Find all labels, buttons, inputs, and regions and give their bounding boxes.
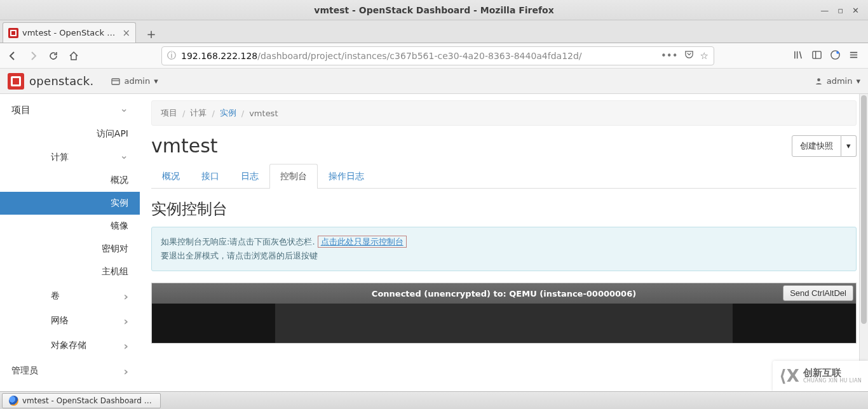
sidebar-item-hostgroups[interactable]: 主机组: [0, 260, 140, 283]
chevron-right-icon: [124, 314, 128, 327]
project-switcher[interactable]: admin ▾: [106, 74, 163, 88]
library-icon[interactable]: [793, 50, 804, 62]
openstack-topbar: openstack. admin ▾ admin ▾: [0, 69, 868, 94]
openstack-favicon-icon: [8, 28, 18, 38]
pocket-icon[interactable]: [684, 50, 694, 62]
chevron-right-icon: [124, 289, 128, 302]
browser-tab-label: vmtest - OpenStack Dash: [22, 28, 118, 37]
sidebar-toggle-icon[interactable]: [811, 50, 822, 62]
sidebar-group-compute[interactable]: 计算: [0, 145, 140, 169]
window-maximize-icon[interactable]: ▫: [837, 6, 843, 15]
sidebar-item-api[interactable]: 访问API: [0, 123, 140, 145]
caret-down-icon: ▾: [154, 76, 158, 86]
openstack-mark-icon: [8, 73, 24, 90]
openstack-logo[interactable]: openstack.: [8, 73, 93, 90]
tab-overview[interactable]: 概况: [151, 164, 191, 189]
chevron-right-icon: [124, 339, 128, 352]
tab-log[interactable]: 日志: [230, 164, 269, 189]
chevron-right-icon: [124, 364, 128, 377]
browser-navbar: ⓘ 192.168.222.128/dashboard/project/inst…: [0, 43, 868, 69]
tab-close-icon[interactable]: ×: [122, 27, 130, 39]
page-title: vmtest: [151, 135, 792, 157]
new-tab-button[interactable]: +: [142, 25, 160, 43]
sidebar-group-network[interactable]: 网络: [0, 308, 140, 333]
note-line2-text: 要退出全屏模式，请点击浏览器的后退按键: [161, 249, 847, 263]
watermark-brand-zh: 创新互联: [803, 368, 862, 379]
sidebar-group-admin[interactable]: 管理员: [0, 358, 140, 384]
bookmark-star-icon[interactable]: ☆: [700, 50, 709, 62]
project-icon: [111, 77, 120, 86]
taskbar-item-firefox[interactable]: vmtest - OpenStack Dashboard - M...: [2, 393, 161, 408]
user-icon: [815, 77, 823, 85]
breadcrumb: 项目 / 计算 / 实例 / vmtest: [151, 100, 857, 126]
watermark-brand-en: CHUANG XIN HU LIAN: [803, 379, 862, 384]
window-title: vmtest - OpenStack Dashboard - Mozilla F…: [0, 5, 868, 15]
chevron-down-icon: [120, 151, 128, 163]
action-dropdown-caret[interactable]: ▾: [841, 135, 857, 157]
url-bar[interactable]: ⓘ 192.168.222.128/dashboard/project/inst…: [161, 46, 714, 65]
watermark-badge: ⟨X 创新互联 CHUANG XIN HU LIAN: [773, 361, 868, 391]
browser-tab-active[interactable]: vmtest - OpenStack Dash ×: [3, 22, 136, 43]
vnc-frame: Connected (unencrypted) to: QEMU (instan…: [151, 283, 857, 344]
show-only-console-link[interactable]: 点击此处只显示控制台: [318, 236, 407, 248]
detail-tabs: 概况 接口 日志 控制台 操作日志: [151, 163, 857, 189]
tab-interfaces[interactable]: 接口: [191, 164, 230, 189]
tab-actionlog[interactable]: 操作日志: [318, 164, 375, 189]
window-close-icon[interactable]: ✕: [852, 6, 859, 15]
tab-console[interactable]: 控制台: [269, 164, 318, 189]
os-taskbar: vmtest - OpenStack Dashboard - M...: [0, 391, 868, 409]
caret-down-icon: ▾: [856, 76, 860, 86]
sidebar-group-objectstore[interactable]: 对象存储: [0, 333, 140, 358]
hamburger-menu-icon[interactable]: [848, 50, 859, 62]
svg-rect-0: [813, 51, 821, 58]
breadcrumb-compute[interactable]: 计算: [190, 107, 207, 119]
breadcrumb-project[interactable]: 项目: [161, 107, 177, 119]
sidebar-item-overview[interactable]: 概况: [0, 169, 140, 192]
taskbar-item-label: vmtest - OpenStack Dashboard - M...: [22, 396, 154, 405]
note-line1-text: 如果控制台无响应:请点击下面灰色状态栏.: [161, 237, 315, 246]
sidebar: 项目 访问API 计算 概况 实例 镜像 密钥对 主机组 卷 网络 对象存储 管…: [0, 94, 140, 391]
openstack-wordmark: openstack.: [29, 74, 93, 88]
send-ctrlaltdel-button[interactable]: Send CtrlAltDel: [783, 285, 853, 301]
user-menu[interactable]: admin ▾: [815, 76, 860, 86]
nav-home-button[interactable]: [65, 47, 83, 65]
watermark-glyph-icon: ⟨X: [779, 366, 799, 386]
svg-point-3: [836, 51, 839, 53]
sidebar-group-project[interactable]: 项目: [0, 98, 140, 123]
svg-point-6: [817, 78, 820, 81]
page-actions-icon[interactable]: •••: [661, 50, 678, 62]
vnc-status-bar[interactable]: Connected (unencrypted) to: QEMU (instan…: [152, 283, 856, 304]
user-label: admin: [827, 76, 853, 86]
os-titlebar: vmtest - OpenStack Dashboard - Mozilla F…: [0, 0, 868, 20]
nav-reload-button[interactable]: [44, 47, 62, 65]
window-minimize-icon[interactable]: —: [820, 6, 829, 15]
browser-tabstrip: vmtest - OpenStack Dash × +: [0, 20, 868, 43]
create-snapshot-button[interactable]: 创建快照: [792, 135, 841, 157]
panel-heading: 实例控制台: [151, 199, 857, 219]
scrollbar-thumb[interactable]: [861, 95, 867, 324]
site-info-icon[interactable]: ⓘ: [167, 50, 176, 62]
vertical-scrollbar[interactable]: [859, 94, 868, 391]
sidebar-group-volumes[interactable]: 卷: [0, 283, 140, 308]
vnc-status-text: Connected (unencrypted) to: QEMU (instan…: [152, 289, 856, 298]
sidebar-item-keypairs[interactable]: 密钥对: [0, 238, 140, 260]
sidebar-item-images[interactable]: 镜像: [0, 215, 140, 238]
nav-forward-button[interactable]: [24, 47, 42, 65]
vnc-screen[interactable]: [152, 304, 856, 343]
breadcrumb-instances[interactable]: 实例: [220, 107, 236, 119]
account-icon[interactable]: [830, 50, 841, 62]
nav-back-button[interactable]: [4, 47, 22, 65]
firefox-icon: [9, 396, 18, 406]
project-label: admin: [124, 76, 150, 86]
chevron-down-icon: [120, 104, 128, 116]
svg-rect-4: [112, 79, 119, 84]
action-button-group: 创建快照 ▾: [792, 135, 857, 157]
url-text: 192.168.222.128/dashboard/project/instan…: [181, 51, 661, 61]
main-content: 项目 / 计算 / 实例 / vmtest vmtest 创建快照 ▾ 概况 接…: [140, 94, 868, 391]
sidebar-item-instances[interactable]: 实例: [0, 192, 140, 215]
console-note: 如果控制台无响应:请点击下面灰色状态栏. 点击此处只显示控制台 要退出全屏模式，…: [151, 227, 857, 271]
breadcrumb-current: vmtest: [249, 109, 278, 118]
